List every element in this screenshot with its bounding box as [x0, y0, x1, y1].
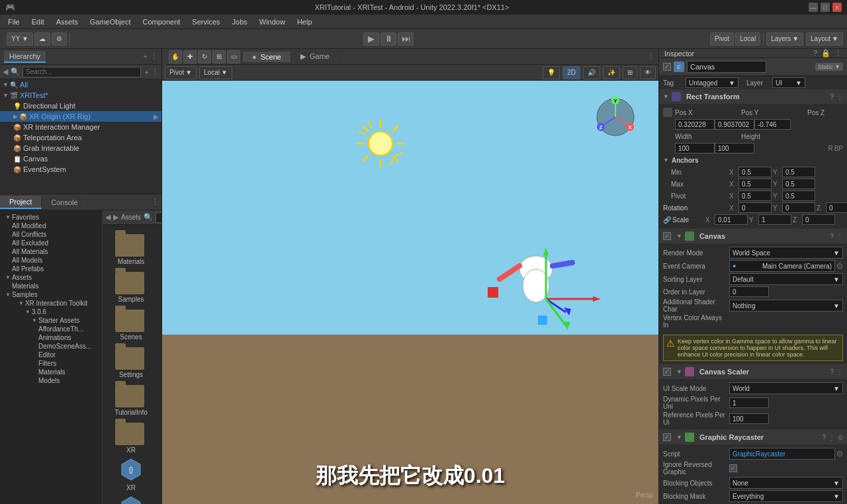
tree-materials2[interactable]: Materials	[3, 368, 99, 376]
hierarchy-menu-btn[interactable]: ⋮	[150, 52, 157, 61]
rect-tool[interactable]: ▭	[227, 50, 240, 63]
tree-assets[interactable]: ▼ Assets	[3, 273, 99, 282]
gr-help-btn[interactable]: ?	[822, 434, 826, 441]
inspector-lock-btn[interactable]: 🔒	[821, 49, 830, 58]
asset-materials[interactable]: Materials	[108, 230, 154, 265]
minimize-button[interactable]: —	[809, 3, 818, 12]
play-button[interactable]: ▶	[363, 32, 379, 46]
gr-enable-checkbox[interactable]: ✓	[663, 433, 671, 441]
xyz-gizmo[interactable]: Y X Z	[592, 94, 639, 142]
ref-pixels-input[interactable]	[729, 413, 769, 424]
scene-gizmos-btn[interactable]: 👁	[640, 66, 656, 79]
anchor-min-x[interactable]	[738, 167, 772, 177]
menu-assets[interactable]: Assets	[51, 17, 83, 27]
project-tab[interactable]: Project	[0, 196, 42, 209]
close-button[interactable]: ✕	[832, 3, 842, 12]
tree-306[interactable]: ▼ 3.0.6	[3, 308, 99, 316]
asset-xr2[interactable]: {} XR	[108, 456, 154, 491]
dynamic-pixels-input[interactable]	[729, 398, 769, 408]
tree-all-models[interactable]: All Models	[3, 256, 99, 265]
tree-demoscene[interactable]: DemoSceneAss...	[3, 342, 99, 351]
anchor-max-y[interactable]	[782, 179, 815, 189]
width-input[interactable]	[675, 143, 715, 153]
posz-input[interactable]	[754, 119, 791, 130]
hierarchy-item-teleport[interactable]: 📦 Teleportation Area	[0, 132, 161, 143]
scale-z[interactable]	[802, 214, 835, 225]
gr-ignore-checkbox[interactable]: ✓	[729, 464, 737, 472]
inspector-menu-btn[interactable]: ⋮	[834, 49, 842, 58]
layout-button[interactable]: Layout ▼	[806, 32, 843, 46]
assets-options-btn[interactable]: ⋮	[152, 198, 159, 206]
hierarchy-item-xritest[interactable]: ▼ 🎬 XRITest*	[0, 90, 161, 101]
gr-pick-btn[interactable]: ⊙	[838, 434, 843, 441]
scale-y[interactable]	[758, 214, 791, 225]
asset-tutorialinfo[interactable]: TutorialInfo	[108, 381, 154, 416]
tree-all-excluded[interactable]: All Excluded	[3, 239, 99, 247]
tree-filters[interactable]: Filters	[3, 359, 99, 368]
scene-light-btn[interactable]: 💡	[543, 66, 560, 79]
layers-button[interactable]: Layers ▼	[766, 32, 803, 46]
hierarchy-nav-btn[interactable]: ◀	[3, 67, 8, 76]
pivot-x[interactable]	[738, 190, 772, 201]
tree-animations[interactable]: Animations	[3, 333, 99, 342]
scaler-enable-checkbox[interactable]: ✓	[663, 368, 671, 376]
hierarchy-item-all[interactable]: ▼ 🔍 All	[0, 79, 161, 90]
canvas-component-header[interactable]: ✓ ▼ Canvas ? ⋮	[659, 229, 847, 243]
hierarchy-item-dirlight[interactable]: 💡 Directional Light	[0, 101, 161, 111]
gameobject-active-checkbox[interactable]: ✓	[663, 63, 671, 71]
scene-2d-btn[interactable]: 2D	[562, 66, 580, 79]
anchor-min-y[interactable]	[782, 167, 815, 177]
hierarchy-options-btn[interactable]: ⋮	[152, 67, 159, 76]
scene-grid-btn[interactable]: ⊞	[623, 66, 637, 79]
anchor-max-x[interactable]	[738, 179, 772, 189]
gr-script-field[interactable]: GraphicRaycaster	[729, 448, 835, 460]
hierarchy-item-xrorigin[interactable]: ▶ 📦 XR Origin (XR Rig) ▶	[0, 111, 161, 122]
local-scene-btn[interactable]: Local ▼	[199, 66, 232, 79]
hierarchy-add2-btn[interactable]: +	[145, 68, 149, 76]
ui-scale-dropdown[interactable]: World ▼	[729, 382, 843, 394]
assets-fwd-btn[interactable]: ▶	[113, 213, 118, 222]
tree-starter[interactable]: ▼ Starter Assets	[3, 316, 99, 325]
menu-services[interactable]: Services	[187, 17, 225, 27]
gr-script-pick-btn[interactable]: ⊙	[836, 449, 843, 458]
sorting-layer-dropdown[interactable]: Default ▼	[729, 273, 843, 285]
hierarchy-search-input[interactable]	[22, 67, 141, 77]
hierarchy-item-eventsystem[interactable]: 📦 EventSystem	[0, 164, 161, 175]
hierarchy-item-canvas[interactable]: 📋 Canvas	[0, 153, 161, 164]
gr-blocking-obj-dropdown[interactable]: None ▼	[729, 477, 843, 489]
asset-readme[interactable]: {} Readme	[108, 494, 154, 504]
rt-menu-btn[interactable]: ⋮	[836, 93, 843, 101]
scene-fx-btn[interactable]: ✨	[603, 66, 620, 79]
rt-r-btn[interactable]: R	[828, 145, 832, 152]
scale-x[interactable]	[715, 214, 748, 225]
rect-transform-header[interactable]: ▼ Rect Transform ? ⋮	[659, 89, 847, 104]
gameobject-name-input[interactable]	[687, 61, 766, 73]
menu-help[interactable]: Help	[292, 17, 318, 27]
menu-file[interactable]: File	[3, 17, 25, 27]
posx-input[interactable]	[675, 119, 715, 130]
asset-xr1[interactable]: XR	[108, 419, 154, 454]
order-layer-input[interactable]	[729, 286, 769, 297]
tree-materials[interactable]: Materials	[3, 282, 99, 290]
hand-tool[interactable]: ✋	[169, 50, 182, 63]
account-button[interactable]: YY ▼	[7, 32, 33, 46]
menu-gameobject[interactable]: GameObject	[85, 17, 136, 27]
event-camera-field[interactable]: ● Main Camera (Camera)	[729, 260, 835, 272]
posy-input[interactable]	[715, 119, 754, 130]
scaler-help-btn[interactable]: ?	[830, 368, 834, 376]
rotation-x[interactable]	[738, 202, 772, 213]
view-options-btn[interactable]: ⋮	[643, 52, 658, 61]
local-button[interactable]: Local	[735, 32, 760, 46]
canvas-help-btn[interactable]: ?	[830, 233, 834, 240]
rt-help-btn[interactable]: ?	[830, 93, 834, 101]
scale-tool[interactable]: ⊞	[212, 50, 226, 63]
hierarchy-tab[interactable]: Hierarchy	[4, 51, 46, 63]
hierarchy-item-grab[interactable]: 📦 Grab Interactable	[0, 143, 161, 153]
rotation-y[interactable]	[782, 202, 815, 213]
rotation-z[interactable]	[826, 202, 847, 213]
settings-button[interactable]: ⚙	[52, 32, 67, 46]
tree-samples[interactable]: ▼ Samples	[3, 290, 99, 299]
layer-dropdown[interactable]: UI ▼	[772, 77, 805, 88]
canvas-options-btn[interactable]: ⋮	[836, 233, 843, 240]
gr-blocking-mask-dropdown[interactable]: Everything ▼	[729, 490, 843, 502]
